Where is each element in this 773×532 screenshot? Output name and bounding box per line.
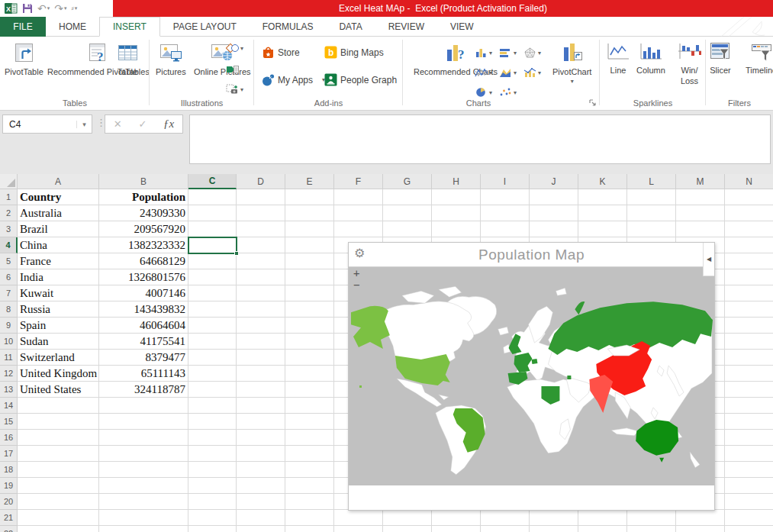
cell-D15[interactable] [237,414,285,430]
screenshot-button[interactable]: ▾ [226,84,243,95]
tab-data[interactable]: DATA [326,17,375,37]
row-header-11[interactable]: 11 [0,350,18,366]
cell-N16[interactable] [725,430,773,446]
cell-B2[interactable]: 24309330 [99,205,188,221]
column-header-f[interactable]: F [334,174,383,189]
pivottable-button[interactable]: PivotTable [5,41,43,78]
cell-F3[interactable] [334,221,383,237]
cell-N13[interactable] [725,382,773,398]
cell-D18[interactable] [237,462,285,478]
cell-I2[interactable] [481,205,530,221]
cell-D14[interactable] [237,398,285,414]
row-header-16[interactable]: 16 [0,430,18,446]
insert-column-chart-button[interactable]: ▾ [475,43,499,63]
cell-B16[interactable] [99,430,188,446]
cell-A1[interactable]: Country [18,189,99,205]
cell-K3[interactable] [578,221,627,237]
column-header-i[interactable]: I [481,174,530,189]
cell-N12[interactable] [725,366,773,382]
cell-A19[interactable] [18,478,99,494]
cell-N6[interactable] [725,269,773,285]
cell-C2[interactable] [188,205,237,221]
row-header-8[interactable]: 8 [0,301,18,318]
row-header-13[interactable]: 13 [0,382,18,398]
cell-L3[interactable] [627,221,676,237]
cell-A12[interactable]: United Kingdom [18,366,99,382]
cell-C19[interactable] [188,478,237,494]
cell-J22[interactable] [530,526,578,532]
column-header-k[interactable]: K [578,174,627,189]
cell-E9[interactable] [285,318,334,334]
cell-D12[interactable] [237,366,285,382]
cell-B14[interactable] [99,398,188,414]
map-collapse-button[interactable]: ◀ [703,243,714,276]
cell-I22[interactable] [481,526,530,532]
bing-maps-button[interactable]: b Bing Maps [324,46,384,59]
cell-I3[interactable] [481,221,530,237]
cell-C8[interactable] [188,301,237,318]
cell-N20[interactable] [725,494,773,510]
cell-C12[interactable] [188,366,237,382]
cell-B22[interactable] [99,526,188,532]
cell-D19[interactable] [237,478,285,494]
enter-icon[interactable]: ✓ [138,118,147,130]
cell-K22[interactable] [578,526,627,532]
cell-D4[interactable] [237,237,285,253]
cell-N2[interactable] [725,205,773,221]
cell-C16[interactable] [188,430,237,446]
smartart-button[interactable] [226,64,239,75]
save-button[interactable] [22,2,33,15]
cell-D1[interactable] [237,189,285,205]
row-header-7[interactable]: 7 [0,285,18,301]
fill-handle[interactable] [234,251,239,256]
row-header-14[interactable]: 14 [0,398,18,414]
country-hawaii[interactable] [359,385,362,388]
row-header-20[interactable]: 20 [0,494,18,510]
cell-D3[interactable] [237,221,285,237]
store-button[interactable]: Store [262,46,300,59]
column-header-m[interactable]: M [676,174,725,189]
cell-F1[interactable] [334,189,383,205]
cell-F2[interactable] [334,205,383,221]
cell-A17[interactable] [18,446,99,462]
cell-M3[interactable] [676,221,725,237]
cell-E13[interactable] [285,382,334,398]
cell-N3[interactable] [725,221,773,237]
cell-F21[interactable] [334,510,383,526]
cell-N17[interactable] [725,446,773,462]
cell-B8[interactable]: 143439832 [99,301,188,318]
tab-file[interactable]: FILE [0,17,46,37]
sparkline-column-button[interactable]: Column [636,41,665,76]
cell-G1[interactable] [383,189,432,205]
cell-E6[interactable] [285,269,334,285]
tab-formulas[interactable]: FORMULAS [250,17,327,37]
cell-B6[interactable]: 1326801576 [99,269,188,285]
row-header-4[interactable]: 4 [0,237,18,253]
cell-B17[interactable] [99,446,188,462]
cell-E18[interactable] [285,462,334,478]
sparkline-winloss-button[interactable]: Win/ Loss [673,41,706,87]
cell-A14[interactable] [18,398,99,414]
cell-N19[interactable] [725,478,773,494]
cell-C13[interactable] [188,382,237,398]
cell-D5[interactable] [237,253,285,269]
cell-B9[interactable]: 46064604 [99,318,188,334]
cell-A3[interactable]: Brazil [18,221,99,237]
cell-D20[interactable] [237,494,285,510]
select-all-corner[interactable] [0,174,18,189]
cell-H21[interactable] [432,510,481,526]
redo-button[interactable]: ↷▾ [54,2,66,15]
row-header-9[interactable]: 9 [0,318,18,334]
tab-review[interactable]: REVIEW [375,17,437,37]
cell-C3[interactable] [188,221,237,237]
cell-C20[interactable] [188,494,237,510]
column-header-h[interactable]: H [432,174,481,189]
sparkline-line-button[interactable]: Line [604,41,632,76]
charts-dialog-launcher[interactable] [588,98,597,107]
formula-input[interactable] [189,114,771,164]
cell-C7[interactable] [188,285,237,301]
cell-E14[interactable] [285,398,334,414]
cell-N11[interactable] [725,350,773,366]
cell-B5[interactable]: 64668129 [99,253,188,269]
row-header-15[interactable]: 15 [0,414,18,430]
